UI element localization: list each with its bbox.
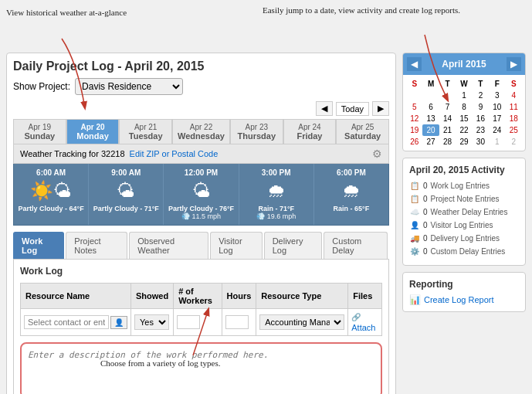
calendar-title: April 2015 xyxy=(442,59,486,70)
weather-header: Weather Tracking for 32218 Edit ZIP or P… xyxy=(13,144,389,164)
right-panel: ◀ April 2015 ▶ SMTWTFS123456789101112131… xyxy=(402,53,526,394)
resource-browse-btn[interactable]: 👤 xyxy=(110,316,127,329)
activity-item: 👤0Visitor Log Entries xyxy=(409,219,519,230)
cal-header-W: W xyxy=(456,78,472,90)
cal-prev-btn[interactable]: ◀ xyxy=(407,57,422,71)
hours-input[interactable] xyxy=(225,315,249,329)
calendar-header: ◀ April 2015 ▶ xyxy=(403,53,525,75)
activity-section: April 20, 2015 Activity 📋0Work Log Entri… xyxy=(402,158,526,266)
activity-label: Project Note Entries xyxy=(431,195,500,203)
cal-day-4[interactable]: 4 xyxy=(506,90,522,101)
log-tab-custom-delay[interactable]: Custom Delay xyxy=(324,232,388,259)
cal-day-1[interactable]: 1 xyxy=(489,136,505,148)
cal-day-30[interactable]: 30 xyxy=(473,136,489,148)
cal-day-16[interactable]: 16 xyxy=(473,113,489,124)
log-tab-work-log[interactable]: Work Log xyxy=(13,232,64,259)
cal-header-T: T xyxy=(439,78,456,90)
resource-type-select[interactable]: Accounting Manager xyxy=(259,314,344,330)
cal-day-6[interactable]: 6 xyxy=(422,101,439,113)
show-project-label: Show Project: xyxy=(13,81,70,92)
weather-tracking-label: Weather Tracking for 32218 xyxy=(20,149,125,158)
log-tab-delivery-log[interactable]: Delivery Log xyxy=(264,232,323,259)
cal-day-14[interactable]: 14 xyxy=(439,113,456,124)
showed-cell: Yes No xyxy=(131,309,174,336)
day-tab-wednesday[interactable]: Apr 22Wednesday xyxy=(172,119,230,144)
activity-items: 📋0Work Log Entries📋0Project Note Entries… xyxy=(409,180,519,256)
log-tab-visitor-log[interactable]: Visitor Log xyxy=(210,232,262,259)
log-tab-observed-weather[interactable]: Observed Weather xyxy=(129,232,208,259)
next-date-btn[interactable]: ▶ xyxy=(372,101,389,116)
cal-day-8[interactable]: 8 xyxy=(456,101,472,113)
cal-day- xyxy=(439,90,456,101)
weather-cell: 12:00 PM🌤Partly Cloudy - 76°F💨 11.5 mph xyxy=(164,164,239,225)
cal-header-S: S xyxy=(406,78,422,90)
day-tabs: Apr 19SundayApr 20MondayApr 21TuesdayApr… xyxy=(13,119,389,144)
cal-header-M: M xyxy=(422,78,439,90)
showed-select[interactable]: Yes No xyxy=(134,314,169,330)
cal-day-29[interactable]: 29 xyxy=(456,136,472,148)
cal-day-17[interactable]: 17 xyxy=(489,113,505,124)
show-project-row: Show Project: Davis Residence xyxy=(13,78,389,95)
edit-zip-link[interactable]: Edit ZIP or Postal Code xyxy=(130,149,219,158)
weather-cell: 6:00 PM🌧Rain - 65°F xyxy=(314,164,388,225)
workers-cell xyxy=(174,309,222,336)
cal-day-22[interactable]: 22 xyxy=(456,124,472,136)
cal-next-btn[interactable]: ▶ xyxy=(507,57,521,71)
cal-day-27[interactable]: 27 xyxy=(422,136,439,148)
hours-cell xyxy=(222,309,256,336)
create-log-report-link[interactable]: 📊 Create Log Report xyxy=(409,294,519,305)
table-row: 👤 Yes No xyxy=(21,309,382,336)
cal-header-S: S xyxy=(506,78,522,90)
prev-date-btn[interactable]: ◀ xyxy=(316,101,333,116)
cal-day-2[interactable]: 2 xyxy=(473,90,489,101)
project-select[interactable]: Davis Residence xyxy=(75,78,183,95)
cal-day-21[interactable]: 21 xyxy=(439,124,456,136)
activity-label: Delivery Log Entries xyxy=(431,234,500,243)
cal-day-3[interactable]: 3 xyxy=(489,90,505,101)
resource-name-cell: 👤 xyxy=(21,309,131,336)
cal-day-19[interactable]: 19 xyxy=(406,124,422,136)
attach-label: Attach xyxy=(351,323,375,332)
cal-day-9[interactable]: 9 xyxy=(473,101,489,113)
work-log-table: Resource NameShowed# of WorkersHoursReso… xyxy=(20,283,382,336)
cal-day-11[interactable]: 11 xyxy=(506,101,522,113)
cal-day-23[interactable]: 23 xyxy=(473,124,489,136)
cal-day-18[interactable]: 18 xyxy=(506,113,522,124)
cal-day-24[interactable]: 24 xyxy=(489,124,505,136)
cal-day- xyxy=(406,90,422,101)
resource-input[interactable] xyxy=(24,315,109,329)
workers-input[interactable] xyxy=(177,315,200,329)
activity-icon: ☁️ xyxy=(409,206,420,217)
log-tab-project-notes[interactable]: Project Notes xyxy=(66,232,127,259)
cal-day-20[interactable]: 20 xyxy=(422,124,439,136)
cal-day-5[interactable]: 5 xyxy=(406,101,422,113)
day-tab-tuesday[interactable]: Apr 21Tuesday xyxy=(119,119,172,144)
date-nav: ◀ Today ▶ xyxy=(13,101,389,116)
activity-count: 0 xyxy=(423,221,428,229)
col-header-showed: Showed xyxy=(131,284,174,309)
cal-day-12[interactable]: 12 xyxy=(406,113,422,124)
today-btn[interactable]: Today xyxy=(336,102,369,116)
cal-day-13[interactable]: 13 xyxy=(422,113,439,124)
activity-label: Custom Delay Entries xyxy=(431,247,506,256)
create-report-label: Create Log Report xyxy=(424,295,494,304)
attach-link[interactable]: Attach xyxy=(351,312,375,332)
resource-type-cell: Accounting Manager xyxy=(256,309,348,336)
day-tab-thursday[interactable]: Apr 23Thursday xyxy=(230,119,283,144)
cal-day-26[interactable]: 26 xyxy=(406,136,422,148)
day-tab-sunday[interactable]: Apr 19Sunday xyxy=(13,119,66,144)
cal-day-7[interactable]: 7 xyxy=(439,101,456,113)
annotation-bottom: Choose from a variety of log types. xyxy=(100,357,221,370)
activity-item: ☁️0Weather Delay Entries xyxy=(409,206,519,217)
cal-day-15[interactable]: 15 xyxy=(456,113,472,124)
cal-day-25[interactable]: 25 xyxy=(506,124,522,136)
day-tab-saturday[interactable]: Apr 25Saturday xyxy=(336,119,389,144)
cal-day-1[interactable]: 1 xyxy=(456,90,472,101)
day-tab-monday[interactable]: Apr 20Monday xyxy=(66,119,120,144)
day-tab-friday[interactable]: Apr 24Friday xyxy=(283,119,337,144)
cal-day-2[interactable]: 2 xyxy=(506,136,522,148)
cal-day-10[interactable]: 10 xyxy=(489,101,505,113)
annotation-top-left: View historical weather at-a-glance xyxy=(6,6,127,19)
activity-icon: 👤 xyxy=(409,219,420,230)
cal-day-28[interactable]: 28 xyxy=(439,136,456,148)
